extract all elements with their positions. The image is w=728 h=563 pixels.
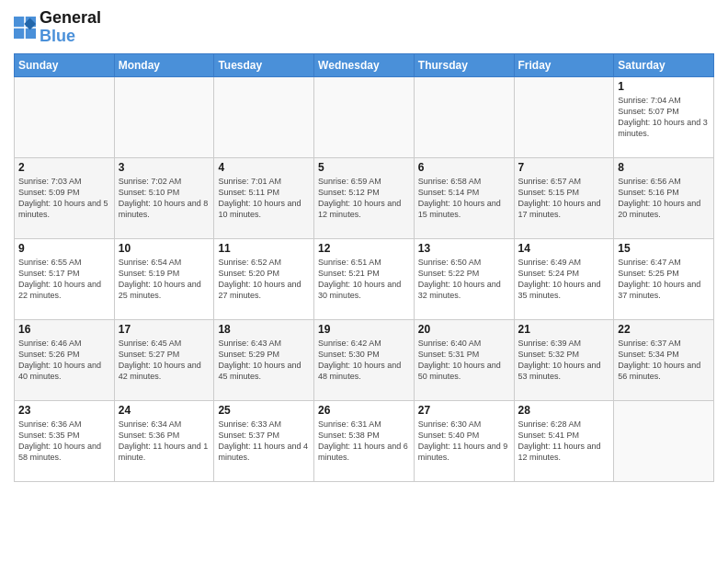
day-number: 27 xyxy=(418,404,510,417)
day-number: 6 xyxy=(418,161,510,174)
calendar-week-4: 16Sunrise: 6:46 AM Sunset: 5:26 PM Dayli… xyxy=(15,319,714,400)
calendar-cell: 4Sunrise: 7:01 AM Sunset: 5:11 PM Daylig… xyxy=(214,157,314,238)
calendar-cell: 20Sunrise: 6:40 AM Sunset: 5:31 PM Dayli… xyxy=(414,319,514,400)
svg-rect-0 xyxy=(14,17,24,27)
day-info: Sunrise: 6:58 AM Sunset: 5:14 PM Dayligh… xyxy=(418,176,510,221)
day-info: Sunrise: 6:42 AM Sunset: 5:30 PM Dayligh… xyxy=(318,338,410,383)
calendar-cell xyxy=(514,76,614,157)
day-info: Sunrise: 7:01 AM Sunset: 5:11 PM Dayligh… xyxy=(218,176,310,221)
day-info: Sunrise: 6:39 AM Sunset: 5:32 PM Dayligh… xyxy=(518,338,610,383)
day-number: 9 xyxy=(18,242,110,255)
calendar-cell: 11Sunrise: 6:52 AM Sunset: 5:20 PM Dayli… xyxy=(214,238,314,319)
day-info: Sunrise: 6:31 AM Sunset: 5:38 PM Dayligh… xyxy=(318,419,410,464)
calendar-cell: 26Sunrise: 6:31 AM Sunset: 5:38 PM Dayli… xyxy=(314,400,415,481)
header-thursday: Thursday xyxy=(414,53,514,76)
day-info: Sunrise: 6:47 AM Sunset: 5:25 PM Dayligh… xyxy=(618,257,710,302)
calendar-cell: 24Sunrise: 6:34 AM Sunset: 5:36 PM Dayli… xyxy=(114,400,214,481)
logo-general: General xyxy=(40,8,101,27)
day-number: 24 xyxy=(119,404,210,417)
calendar-week-1: 1Sunrise: 7:04 AM Sunset: 5:07 PM Daylig… xyxy=(15,76,714,157)
day-number: 22 xyxy=(618,323,710,336)
calendar-cell: 13Sunrise: 6:50 AM Sunset: 5:22 PM Dayli… xyxy=(414,238,514,319)
day-number: 13 xyxy=(418,242,510,255)
day-number: 3 xyxy=(119,161,210,174)
day-number: 1 xyxy=(618,80,710,93)
day-info: Sunrise: 6:37 AM Sunset: 5:34 PM Dayligh… xyxy=(618,338,710,383)
day-number: 11 xyxy=(218,242,310,255)
header: General Blue xyxy=(14,9,714,46)
page: General Blue Sunday Monday Tuesday Wedne… xyxy=(0,0,728,563)
calendar-cell: 16Sunrise: 6:46 AM Sunset: 5:26 PM Dayli… xyxy=(15,319,115,400)
day-number: 28 xyxy=(518,404,610,417)
calendar-cell: 27Sunrise: 6:30 AM Sunset: 5:40 PM Dayli… xyxy=(414,400,514,481)
calendar-cell: 17Sunrise: 6:45 AM Sunset: 5:27 PM Dayli… xyxy=(114,319,214,400)
day-info: Sunrise: 6:51 AM Sunset: 5:21 PM Dayligh… xyxy=(318,257,410,302)
calendar-week-2: 2Sunrise: 7:03 AM Sunset: 5:09 PM Daylig… xyxy=(15,157,714,238)
day-number: 10 xyxy=(119,242,210,255)
day-number: 8 xyxy=(618,161,710,174)
day-info: Sunrise: 6:50 AM Sunset: 5:22 PM Dayligh… xyxy=(418,257,510,302)
calendar-cell xyxy=(614,400,714,481)
day-number: 26 xyxy=(318,404,410,417)
calendar-cell xyxy=(414,76,514,157)
calendar-header: Sunday Monday Tuesday Wednesday Thursday… xyxy=(15,53,714,76)
day-number: 2 xyxy=(18,161,110,174)
calendar-body: 1Sunrise: 7:04 AM Sunset: 5:07 PM Daylig… xyxy=(15,76,714,481)
calendar-cell: 7Sunrise: 6:57 AM Sunset: 5:15 PM Daylig… xyxy=(514,157,614,238)
header-friday: Friday xyxy=(514,53,614,76)
logo-name: General Blue xyxy=(40,9,101,46)
calendar-cell: 28Sunrise: 6:28 AM Sunset: 5:41 PM Dayli… xyxy=(514,400,614,481)
day-info: Sunrise: 6:54 AM Sunset: 5:19 PM Dayligh… xyxy=(119,257,210,302)
calendar-cell: 6Sunrise: 6:58 AM Sunset: 5:14 PM Daylig… xyxy=(414,157,514,238)
calendar: Sunday Monday Tuesday Wednesday Thursday… xyxy=(14,53,714,482)
day-number: 21 xyxy=(518,323,610,336)
day-info: Sunrise: 6:49 AM Sunset: 5:24 PM Dayligh… xyxy=(518,257,610,302)
day-number: 15 xyxy=(618,242,710,255)
calendar-cell: 5Sunrise: 6:59 AM Sunset: 5:12 PM Daylig… xyxy=(314,157,415,238)
calendar-cell: 21Sunrise: 6:39 AM Sunset: 5:32 PM Dayli… xyxy=(514,319,614,400)
calendar-cell: 12Sunrise: 6:51 AM Sunset: 5:21 PM Dayli… xyxy=(314,238,415,319)
logo: General Blue xyxy=(14,9,101,46)
calendar-cell: 10Sunrise: 6:54 AM Sunset: 5:19 PM Dayli… xyxy=(114,238,214,319)
day-info: Sunrise: 6:59 AM Sunset: 5:12 PM Dayligh… xyxy=(318,176,410,221)
calendar-cell: 25Sunrise: 6:33 AM Sunset: 5:37 PM Dayli… xyxy=(214,400,314,481)
day-number: 17 xyxy=(119,323,210,336)
day-info: Sunrise: 6:30 AM Sunset: 5:40 PM Dayligh… xyxy=(418,419,510,464)
header-wednesday: Wednesday xyxy=(314,53,415,76)
header-sunday: Sunday xyxy=(15,53,115,76)
calendar-cell: 3Sunrise: 7:02 AM Sunset: 5:10 PM Daylig… xyxy=(114,157,214,238)
day-info: Sunrise: 6:28 AM Sunset: 5:41 PM Dayligh… xyxy=(518,419,610,464)
svg-rect-2 xyxy=(14,29,24,39)
day-info: Sunrise: 7:04 AM Sunset: 5:07 PM Dayligh… xyxy=(618,95,710,140)
calendar-cell: 14Sunrise: 6:49 AM Sunset: 5:24 PM Dayli… xyxy=(514,238,614,319)
day-number: 12 xyxy=(318,242,410,255)
day-number: 19 xyxy=(318,323,410,336)
svg-rect-3 xyxy=(26,29,36,39)
day-info: Sunrise: 6:43 AM Sunset: 5:29 PM Dayligh… xyxy=(218,338,310,383)
day-info: Sunrise: 6:52 AM Sunset: 5:20 PM Dayligh… xyxy=(218,257,310,302)
logo-blue: Blue xyxy=(40,27,75,45)
day-info: Sunrise: 6:45 AM Sunset: 5:27 PM Dayligh… xyxy=(119,338,210,383)
day-number: 14 xyxy=(518,242,610,255)
header-saturday: Saturday xyxy=(614,53,714,76)
day-info: Sunrise: 6:55 AM Sunset: 5:17 PM Dayligh… xyxy=(18,257,110,302)
day-info: Sunrise: 6:34 AM Sunset: 5:36 PM Dayligh… xyxy=(119,419,210,464)
day-info: Sunrise: 6:33 AM Sunset: 5:37 PM Dayligh… xyxy=(218,419,310,464)
calendar-cell: 23Sunrise: 6:36 AM Sunset: 5:35 PM Dayli… xyxy=(15,400,115,481)
day-info: Sunrise: 6:56 AM Sunset: 5:16 PM Dayligh… xyxy=(618,176,710,221)
day-number: 5 xyxy=(318,161,410,174)
day-info: Sunrise: 7:02 AM Sunset: 5:10 PM Dayligh… xyxy=(119,176,210,221)
day-number: 20 xyxy=(418,323,510,336)
calendar-cell: 2Sunrise: 7:03 AM Sunset: 5:09 PM Daylig… xyxy=(15,157,115,238)
day-info: Sunrise: 6:46 AM Sunset: 5:26 PM Dayligh… xyxy=(18,338,110,383)
calendar-cell: 8Sunrise: 6:56 AM Sunset: 5:16 PM Daylig… xyxy=(614,157,714,238)
day-info: Sunrise: 6:57 AM Sunset: 5:15 PM Dayligh… xyxy=(518,176,610,221)
day-info: Sunrise: 7:03 AM Sunset: 5:09 PM Dayligh… xyxy=(18,176,110,221)
day-number: 25 xyxy=(218,404,310,417)
calendar-cell: 18Sunrise: 6:43 AM Sunset: 5:29 PM Dayli… xyxy=(214,319,314,400)
day-number: 16 xyxy=(18,323,110,336)
calendar-cell: 19Sunrise: 6:42 AM Sunset: 5:30 PM Dayli… xyxy=(314,319,415,400)
calendar-week-5: 23Sunrise: 6:36 AM Sunset: 5:35 PM Dayli… xyxy=(15,400,714,481)
calendar-cell: 15Sunrise: 6:47 AM Sunset: 5:25 PM Dayli… xyxy=(614,238,714,319)
calendar-cell: 22Sunrise: 6:37 AM Sunset: 5:34 PM Dayli… xyxy=(614,319,714,400)
